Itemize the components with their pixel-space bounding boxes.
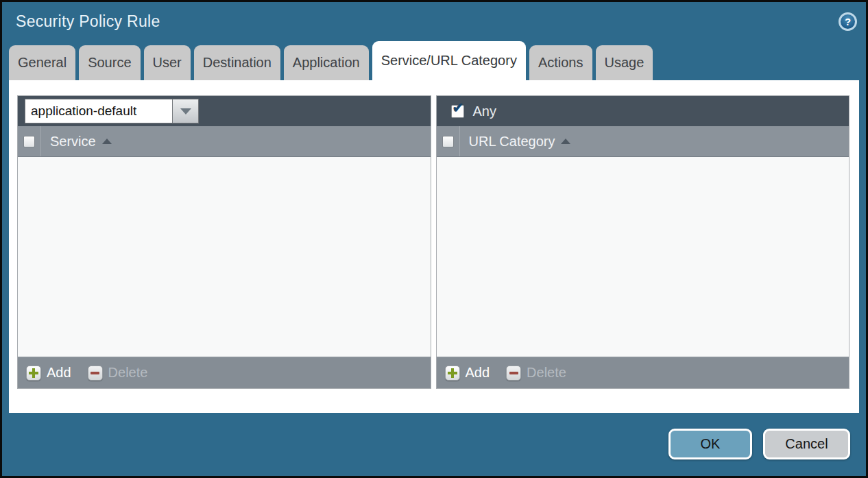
security-policy-rule-dialog: Security Policy Rule ? GeneralSourceUser…: [0, 0, 868, 478]
any-label: Any: [473, 104, 496, 119]
url-category-select-all-cell: ✔: [437, 126, 460, 156]
delete-minus-icon: [506, 366, 521, 381]
tab-user[interactable]: User: [144, 45, 191, 80]
tab-source[interactable]: Source: [79, 45, 140, 80]
dialog-content: ✔ Service Add Delete: [9, 80, 859, 413]
sort-asc-icon: [102, 139, 112, 144]
url-category-column-label: URL Category: [469, 134, 555, 150]
cancel-button[interactable]: Cancel: [763, 429, 850, 459]
service-list-body: [18, 157, 431, 357]
delete-button-label: Delete: [108, 365, 148, 381]
tab-application[interactable]: Application: [284, 45, 369, 80]
url-category-panel-footer: Add Delete: [437, 357, 849, 388]
tab-general[interactable]: General: [9, 45, 75, 80]
tab-bar: GeneralSourceUserDestinationApplicationS…: [2, 41, 866, 80]
service-add-button[interactable]: Add: [26, 365, 71, 381]
add-button-label: Add: [466, 365, 490, 381]
url-category-panel: ✔ Any ✔ URL Category Add: [436, 95, 850, 389]
url-category-select-all-checkbox[interactable]: ✔: [442, 136, 454, 147]
sort-asc-icon: [561, 139, 570, 144]
url-category-list-body: [437, 157, 849, 357]
tab-usage[interactable]: Usage: [596, 45, 653, 80]
url-category-panel-topbar: ✔ Any: [437, 96, 849, 126]
url-category-column-header[interactable]: URL Category: [469, 134, 571, 150]
add-plus-icon: [445, 366, 460, 381]
add-button-label: Add: [47, 365, 71, 381]
dialog-action-bar: OK Cancel: [2, 413, 866, 475]
service-select-all-checkbox[interactable]: ✔: [23, 136, 35, 147]
service-panel-footer: Add Delete: [18, 357, 431, 388]
service-type-dropdown-button[interactable]: [173, 99, 199, 123]
delete-minus-icon: [88, 366, 103, 381]
add-plus-icon: [26, 366, 41, 381]
service-select-all-cell: ✔: [18, 126, 41, 156]
ok-button[interactable]: OK: [668, 429, 752, 459]
tab-destination[interactable]: Destination: [194, 45, 280, 80]
any-row: ✔ Any: [444, 104, 496, 119]
chevron-down-icon: [180, 108, 191, 115]
dialog-title: Security Policy Rule: [16, 12, 160, 31]
titlebar: Security Policy Rule ?: [2, 2, 866, 41]
any-checkbox[interactable]: ✔: [451, 105, 464, 118]
service-type-input[interactable]: [25, 99, 173, 123]
url-category-delete-button[interactable]: Delete: [506, 365, 566, 381]
tab-service-url-category[interactable]: Service/URL Category: [372, 41, 526, 80]
help-icon[interactable]: ?: [839, 12, 857, 31]
delete-button-label: Delete: [527, 365, 566, 381]
service-column-header[interactable]: Service: [50, 134, 112, 150]
url-category-table-header: ✔ URL Category: [437, 126, 849, 157]
url-category-add-button[interactable]: Add: [445, 365, 490, 381]
service-type-combo: [25, 99, 199, 123]
tab-actions[interactable]: Actions: [529, 45, 592, 80]
service-delete-button[interactable]: Delete: [88, 365, 148, 381]
service-column-label: Service: [50, 134, 96, 150]
service-panel: ✔ Service Add Delete: [17, 95, 431, 389]
service-panel-topbar: [18, 96, 431, 126]
service-table-header: ✔ Service: [18, 126, 431, 157]
